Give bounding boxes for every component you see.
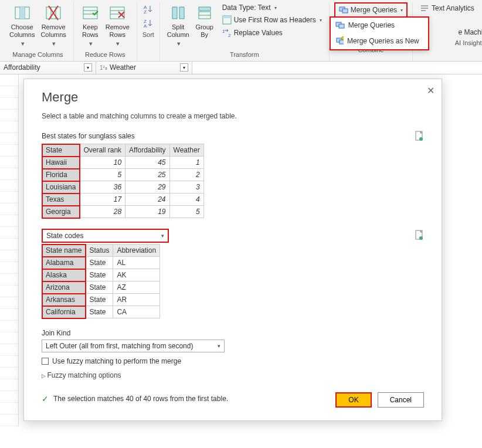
dropdown-arrow-icon: ▾: [161, 233, 164, 239]
ml-suffix-label: e Machine Learning: [458, 28, 482, 36]
table2-header-status[interactable]: Status: [86, 245, 113, 257]
table-row[interactable]: AlabamaStateAL: [42, 257, 160, 269]
remove-columns-icon: [44, 4, 63, 22]
table-cell: AR: [113, 294, 160, 306]
svg-point-43: [419, 236, 423, 240]
preview-icon[interactable]: [415, 131, 424, 141]
table-row[interactable]: ArizonaStateAZ: [42, 281, 160, 294]
table-cell: CA: [113, 306, 160, 318]
table2-preview[interactable]: State name Status Abbreviation AlabamaSt…: [42, 244, 160, 318]
svg-point-36: [342, 36, 344, 40]
dropdown-arrow-icon: ▾: [400, 8, 403, 13]
data-type-button[interactable]: Data Type: Text▾: [220, 2, 324, 13]
table-cell: 5: [80, 169, 125, 181]
svg-rect-21: [172, 7, 177, 19]
fuzzy-matching-label: Use fuzzy matching to perform the merge: [52, 357, 181, 365]
merge-icon: [339, 5, 348, 15]
table1-header-affordability[interactable]: Affordability: [125, 144, 169, 157]
choose-columns-icon: [13, 4, 32, 22]
table-row[interactable]: AlaskaStateAK: [42, 269, 160, 281]
merge-queries-as-new-menu-item[interactable]: Merge Queries as New: [331, 33, 428, 49]
column-header-weather[interactable]: 1²₃ Weather ▾: [96, 62, 192, 74]
checkmark-icon: ✓: [42, 394, 49, 403]
table-cell: 1: [169, 157, 203, 169]
sort-desc-button[interactable]: ZA: [142, 16, 155, 29]
group-label-ai-insights: AI Insights: [455, 38, 482, 49]
table-cell: 29: [125, 181, 169, 194]
table2-label-row: [42, 230, 424, 240]
keep-rows-button[interactable]: Keep Rows ▾: [79, 2, 102, 49]
svg-rect-23: [199, 7, 211, 11]
dialog-close-button[interactable]: ✕: [427, 85, 435, 96]
ribbon-group-transform: Split Column ▾ Group By Data Type: Text▾…: [160, 2, 330, 61]
cancel-button[interactable]: Cancel: [378, 392, 424, 408]
text-analytics-button[interactable]: Text Analytics: [417, 2, 482, 14]
table-cell: State: [86, 269, 113, 281]
table-cell: AL: [113, 257, 160, 269]
table-cell: 24: [125, 194, 169, 206]
split-column-button[interactable]: Split Column ▾: [165, 2, 192, 49]
use-first-row-button[interactable]: Use First Row as Headers▾: [220, 14, 324, 26]
sort-asc-icon: AZ: [143, 4, 154, 14]
table2-header-abbreviation[interactable]: Abbreviation: [113, 245, 160, 257]
column-filter-button[interactable]: ▾: [84, 63, 92, 72]
svg-rect-22: [179, 7, 184, 19]
table1-header-rank[interactable]: Overall rank: [80, 144, 125, 157]
replace-values-button[interactable]: 12 Replace Values: [220, 27, 324, 39]
table-cell: State: [86, 257, 113, 269]
sort-asc-button[interactable]: AZ: [142, 2, 155, 15]
column-filter-button[interactable]: ▾: [180, 63, 188, 72]
join-kind-select[interactable]: Left Outer (all from first, matching fro…: [42, 340, 225, 352]
table1-header-weather[interactable]: Weather: [169, 144, 203, 157]
merge-queries-menu-item[interactable]: Merge Queries: [331, 18, 428, 33]
table-row[interactable]: Hawaii10451: [42, 157, 204, 169]
merge-queries-label: Merge Queries: [351, 6, 397, 14]
table-cell: State: [86, 306, 113, 318]
replace-values-label: Replace Values: [234, 29, 283, 37]
keep-rows-icon: [81, 4, 100, 22]
dropdown-arrow-icon: ▾: [218, 343, 220, 349]
table-cell: Hawaii: [42, 157, 80, 169]
svg-rect-31: [342, 9, 348, 13]
dropdown-arrow-icon: ▾: [274, 5, 277, 11]
table-cell: California: [42, 306, 86, 318]
match-status-text: The selection matches 40 of 40 rows from…: [53, 395, 228, 403]
choose-columns-button[interactable]: Choose Columns ▾: [7, 2, 37, 49]
data-type-label: Data Type: Text: [222, 4, 271, 12]
table-cell: 19: [125, 206, 169, 218]
group-by-icon: [195, 4, 214, 22]
table-cell: State: [86, 281, 113, 294]
group-by-button[interactable]: Group By: [193, 2, 216, 49]
text-analytics-label: Text Analytics: [432, 4, 474, 12]
svg-rect-35: [340, 40, 344, 44]
table-row[interactable]: CaliforniaStateCA: [42, 306, 160, 318]
table-row[interactable]: Texas17244: [42, 194, 204, 206]
table1-preview[interactable]: State Overall rank Affordability Weather…: [42, 144, 204, 218]
preview-icon[interactable]: [415, 230, 424, 240]
checkbox-icon[interactable]: [42, 358, 49, 365]
table-row[interactable]: Georgia28195: [42, 206, 204, 218]
svg-text:1: 1: [222, 29, 225, 34]
table1-name: Best states for sunglass sales: [42, 132, 135, 140]
dialog-subtitle: Select a table and matching columns to c…: [42, 112, 424, 120]
merge-icon: [335, 21, 345, 30]
remove-columns-button[interactable]: Remove Columns ▾: [38, 2, 68, 49]
table-row[interactable]: Florida5252: [42, 169, 204, 181]
column-header-affordability[interactable]: Affordability ▾: [0, 62, 96, 74]
merge-queries-menu: Merge Queries Merge Queries as New: [330, 16, 429, 50]
table2-selected-name: State codes: [46, 232, 83, 240]
merge-queries-dropdown-button[interactable]: Merge Queries▾: [334, 2, 408, 18]
remove-rows-icon: [108, 4, 127, 22]
fuzzy-matching-checkbox-row[interactable]: Use fuzzy matching to perform the merge: [42, 357, 424, 365]
remove-rows-button[interactable]: Remove Rows ▾: [103, 2, 132, 49]
svg-rect-3: [20, 7, 25, 19]
fuzzy-options-expander[interactable]: Fuzzy matching options: [42, 371, 424, 379]
group-label-transform: Transform: [230, 49, 259, 61]
ok-button[interactable]: OK: [335, 392, 371, 408]
data-grid-column-headers: Affordability ▾ 1²₃ Weather ▾: [0, 62, 482, 74]
svg-text:A: A: [144, 23, 147, 28]
table1-header-state[interactable]: State: [42, 144, 80, 157]
table-row[interactable]: ArkansasStateAR: [42, 294, 160, 306]
table-row[interactable]: Louisiana36293: [42, 181, 204, 194]
table2-header-state-name[interactable]: State name: [42, 245, 86, 257]
